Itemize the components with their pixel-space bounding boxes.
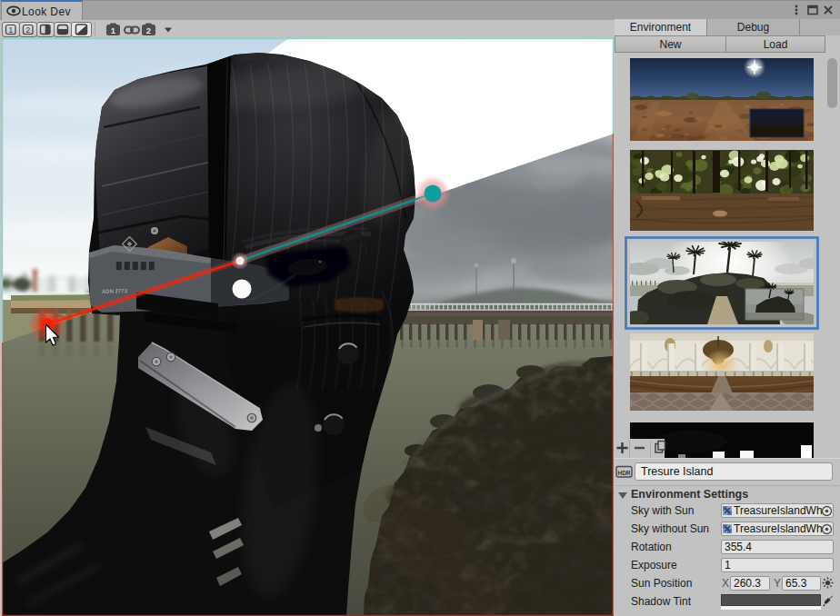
- svg-text:2: 2: [25, 25, 30, 35]
- svg-text:1: 1: [8, 25, 13, 35]
- svg-text:HDR: HDR: [617, 470, 630, 476]
- svg-text:1: 1: [111, 25, 116, 35]
- svg-text:2: 2: [146, 25, 151, 35]
- svg-text:ADN 2773: ADN 2773: [102, 288, 128, 294]
